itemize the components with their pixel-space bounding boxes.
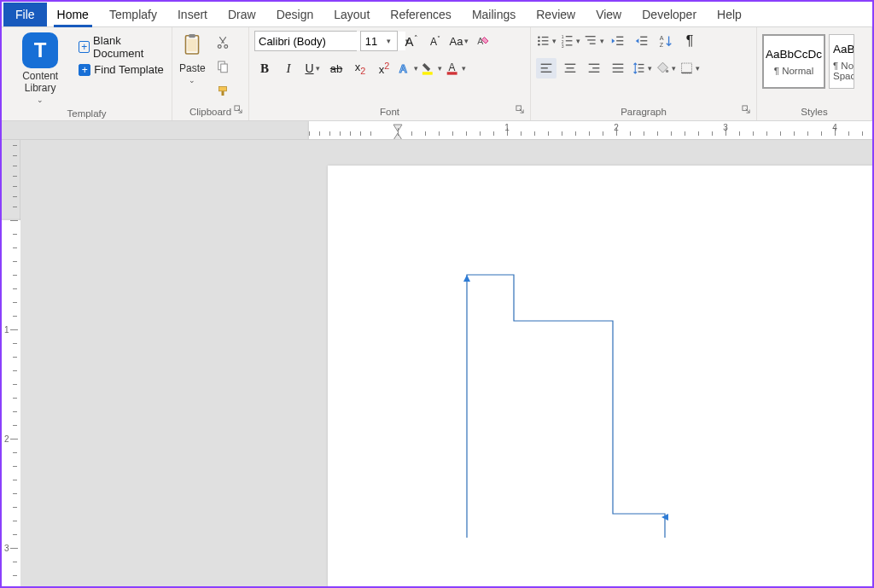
blank-document-label: Blank Document [93,34,166,60]
vertical-ruler[interactable]: 123 [2,140,20,586]
svg-text:Z: Z [660,41,664,49]
svg-rect-31 [616,37,623,38]
justify-button[interactable] [608,58,628,79]
tab-draw[interactable]: Draw [218,3,266,26]
line-spacing-button[interactable] [632,58,652,79]
bold-button[interactable]: B [254,58,275,79]
svg-rect-33 [616,44,623,45]
paste-button[interactable]: Paste ⌄ [178,31,207,86]
copy-button[interactable] [213,56,233,77]
templafy-icon: T [22,32,58,68]
style-no-spacing[interactable]: AaBbCcDc ¶ No Spac [829,34,854,89]
group-label-templafy: Templafy [7,106,166,120]
svg-rect-48 [613,64,624,65]
show-paragraph-marks-button[interactable]: ¶ [679,31,700,51]
shape-end-handle[interactable] [661,510,668,517]
highlight-button[interactable] [422,58,442,79]
subscript-button[interactable]: x2 [350,58,370,79]
chevron-down-icon[interactable]: ▾ [382,37,395,45]
find-template-label: Find Template [94,63,163,76]
underline-button[interactable]: U [302,58,323,79]
font-size-input[interactable] [361,32,382,50]
paragraph-dialog-launcher[interactable] [742,105,751,116]
svg-rect-25 [566,40,573,41]
italic-button[interactable]: I [278,58,299,79]
style-normal[interactable]: AaBbCcDc ¶ Normal [762,34,825,89]
align-left-button[interactable] [536,58,556,79]
clipboard-dialog-launcher[interactable] [234,105,243,116]
tab-file[interactable]: File [3,3,47,26]
svg-rect-56 [682,73,692,73]
borders-button[interactable] [679,58,700,79]
sort-button[interactable]: AZ [656,31,676,51]
bullets-button[interactable] [536,31,556,51]
chevron-down-icon: ⌄ [37,96,44,104]
svg-point-4 [224,45,228,49]
ruler-number: 3 [723,123,728,132]
ruler-number: 3 [4,544,9,553]
tab-developer[interactable]: Developer [632,3,707,26]
document-surface[interactable] [20,140,872,586]
svg-rect-21 [542,44,549,44]
font-color-button[interactable]: A [446,58,466,79]
tab-templafy[interactable]: Templafy [99,3,167,26]
horizontal-ruler[interactable]: 1234 [2,121,872,140]
svg-rect-1 [189,34,196,38]
format-painter-button[interactable] [213,80,233,101]
shading-button[interactable] [656,58,676,79]
freeform-shape[interactable] [467,275,672,546]
svg-rect-44 [565,72,576,73]
ruler-number: 2 [614,123,619,132]
svg-rect-43 [567,67,574,68]
svg-rect-34 [640,37,647,38]
paste-label: Paste [179,62,206,74]
align-right-button[interactable] [584,58,604,79]
change-case-button[interactable]: Aa [449,31,469,51]
find-template-button[interactable]: + Find Template [79,63,166,76]
tab-review[interactable]: Review [526,3,586,26]
text-effects-button[interactable]: A [398,58,418,79]
svg-rect-27 [566,44,573,45]
align-center-button[interactable] [560,58,580,79]
svg-rect-6 [220,64,227,73]
style-name: ¶ Normal [774,66,813,76]
document-page[interactable] [328,166,872,586]
svg-text:A: A [399,62,407,75]
increase-indent-button[interactable] [632,31,652,51]
svg-rect-12 [422,72,433,74]
tab-view[interactable]: View [586,3,632,26]
numbering-button[interactable]: 123 [560,31,580,51]
svg-rect-42 [565,64,576,65]
tab-insert[interactable]: Insert [167,3,218,26]
ribbon-tab-bar: File Home Templafy Insert Draw Design La… [2,2,872,27]
svg-rect-39 [541,64,552,65]
tab-references[interactable]: References [380,3,462,26]
decrease-indent-button[interactable] [608,31,628,51]
group-label-paragraph: Paragraph [621,107,667,117]
tab-home[interactable]: Home [47,3,99,26]
tab-layout[interactable]: Layout [323,3,380,26]
svg-rect-49 [613,67,624,68]
multilevel-list-button[interactable] [584,31,604,51]
strikethrough-button[interactable]: ab [326,58,347,79]
superscript-button[interactable]: x2 [374,58,394,79]
tab-mailings[interactable]: Mailings [462,3,526,26]
svg-rect-19 [542,40,549,41]
svg-rect-17 [542,37,549,38]
chevron-down-icon: ⌄ [189,76,195,84]
shape-start-handle[interactable] [463,271,470,278]
cut-button[interactable] [213,32,233,53]
svg-rect-2 [188,39,197,52]
tab-help[interactable]: Help [707,3,752,26]
group-label-styles: Styles [801,107,827,117]
font-dialog-launcher[interactable] [516,105,525,116]
clear-formatting-button[interactable]: A [473,31,493,51]
svg-rect-32 [616,40,623,41]
shrink-font-button[interactable]: A˅ [425,31,446,51]
grow-font-button[interactable]: A˄ [401,31,422,51]
tab-design[interactable]: Design [266,3,324,26]
svg-rect-23 [566,36,573,37]
blank-document-button[interactable]: + Blank Document [79,34,166,60]
ruler-number: 4 [832,123,837,132]
content-library-button[interactable]: T Content Library ⌄ [7,31,73,106]
